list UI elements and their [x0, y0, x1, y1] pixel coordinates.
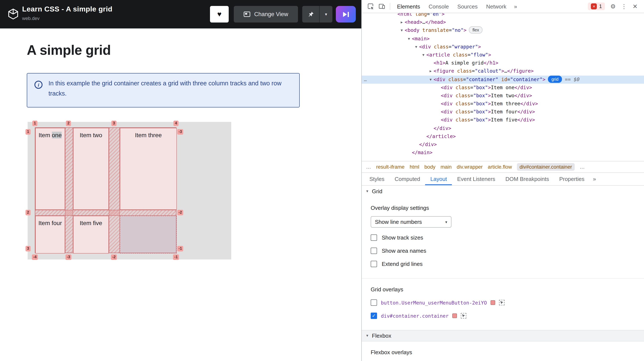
dom-tree-node[interactable]: ▶<figure class="callout">…</figure> — [362, 67, 644, 75]
devtools-tab-network[interactable]: Network — [482, 0, 510, 13]
dom-tree-node[interactable]: </article> — [362, 132, 644, 141]
line-numbers-select[interactable]: Show line numbers ▾ — [371, 216, 452, 228]
dom-tree-node[interactable]: </main> — [362, 149, 644, 157]
change-view-button[interactable]: Change View — [234, 6, 298, 22]
dom-tree-node[interactable]: <div class="box">Item two</div> — [362, 92, 644, 100]
dom-tree-node[interactable]: <div class="box">Item four</div> — [362, 108, 644, 116]
grid-item-cell: Item four — [35, 216, 65, 254]
devtools-tab-elements[interactable]: Elements — [393, 0, 424, 13]
breadcrumb-item[interactable]: html — [410, 164, 419, 170]
dom-token: Item one — [491, 84, 514, 90]
dom-token: > — [488, 52, 491, 58]
grid-overlay-row: ✓div#container.container — [371, 313, 637, 319]
kebab-menu-icon[interactable]: ⋮ — [618, 1, 630, 11]
grid-badge[interactable]: grid — [548, 75, 562, 83]
dom-tree-node[interactable]: <h1>A simple grid</h1> — [362, 59, 644, 67]
dom-token: "container" — [466, 76, 498, 82]
tab-dom-breakpoints[interactable]: DOM Breakpoints — [500, 173, 554, 185]
grid-item-text: Item — [39, 132, 52, 138]
grid-section-title: Grid — [372, 188, 382, 195]
pin-icon — [308, 11, 314, 17]
node-options-icon[interactable]: … — [364, 75, 367, 83]
run-code-button[interactable] — [336, 6, 356, 22]
dom-tree-node[interactable]: ▼<main> — [362, 35, 644, 43]
flexbox-section-header[interactable]: ▼ Flexbox — [362, 330, 644, 342]
more-tabs-button[interactable]: » — [511, 3, 520, 9]
dom-token: > — [464, 27, 466, 33]
dom-tree-node[interactable]: ▼<body translate="no">flex — [362, 26, 644, 35]
inspect-element-icon[interactable] — [365, 1, 376, 11]
tree-expanded-arrow-icon[interactable]: ▼ — [406, 35, 412, 43]
devtools-panel: ElementsConsoleSourcesNetwork » ✕ 1 ⚙ ⋮ … — [361, 0, 644, 361]
tab-computed[interactable]: Computed — [390, 173, 425, 185]
overlay-color-swatch[interactable] — [452, 314, 457, 318]
gear-icon[interactable]: ⚙ — [608, 1, 618, 11]
tree-expanded-arrow-icon[interactable]: ▼ — [428, 75, 433, 83]
overlay-color-swatch[interactable] — [491, 300, 496, 305]
tab-properties[interactable]: Properties — [554, 173, 590, 185]
checkbox-unchecked[interactable] — [371, 234, 377, 241]
error-count-badge[interactable]: ✕ 1 — [588, 2, 605, 10]
breadcrumb-item[interactable]: div#container.container — [517, 163, 574, 171]
devtools-tab-sources[interactable]: Sources — [453, 0, 482, 13]
flex-badge[interactable]: flex — [469, 26, 482, 34]
tree-expanded-arrow-icon[interactable]: ▼ — [421, 51, 426, 59]
show-overlay-icon[interactable] — [461, 313, 466, 319]
dom-tree-node[interactable]: <div class="box">Item three</div> — [362, 100, 644, 108]
dom-tree-node[interactable]: <div class="box">Item one</div> — [362, 83, 644, 91]
dom-token: "box" — [473, 117, 488, 123]
dom-tree-node[interactable]: </div> — [362, 141, 644, 149]
tree-collapsed-arrow-icon[interactable]: ▶ — [428, 67, 433, 75]
checkbox-unchecked[interactable] — [371, 261, 377, 267]
dom-token: = — [449, 27, 452, 33]
show-overlay-icon[interactable] — [499, 300, 505, 305]
tab-styles[interactable]: Styles — [364, 173, 390, 185]
breadcrumb-overflow-right[interactable]: … — [580, 164, 585, 170]
checkbox-unchecked[interactable] — [371, 248, 377, 254]
dom-tree-node[interactable]: </div> — [362, 124, 644, 132]
breadcrumb-item[interactable]: result-iframe — [376, 164, 404, 170]
more-sidebar-tabs-button[interactable]: » — [590, 176, 599, 182]
dom-tree-node[interactable]: …▼<div class="container" id="container">… — [362, 75, 644, 83]
breadcrumb-item[interactable]: article.flow — [488, 164, 512, 170]
pin-button[interactable] — [302, 6, 319, 22]
display-option-row: Show area names — [371, 248, 637, 254]
grid-line-number-badge: -1 — [173, 254, 179, 260]
checkbox-unchecked[interactable] — [371, 299, 377, 306]
device-toolbar-icon[interactable] — [376, 1, 387, 11]
tree-expanded-arrow-icon[interactable]: ▼ — [414, 43, 419, 51]
dom-token: A simple grid — [445, 60, 484, 66]
dom-tree-node[interactable]: <html lang="en"> — [362, 13, 644, 18]
dom-tree-node[interactable]: ▼<div class="wrapper"> — [362, 43, 644, 51]
dom-token: = — [468, 52, 470, 58]
overlay-element-label[interactable]: button.UserMenu_userMenuButton-2eiYO — [381, 300, 487, 306]
highlighted-text: one — [52, 132, 62, 138]
breadcrumb-item[interactable]: div.wrapper — [457, 164, 483, 170]
browser-page: Learn CSS - A simple grid web.dev ♥ Chan… — [0, 0, 361, 361]
breadcrumb-overflow-left[interactable]: … — [366, 164, 371, 170]
devtools-tab-console[interactable]: Console — [424, 0, 453, 13]
breadcrumb-item[interactable]: body — [424, 164, 436, 170]
dom-tree-node[interactable]: ▼<article class="flow"> — [362, 51, 644, 59]
close-devtools-icon[interactable]: ✕ — [630, 1, 640, 11]
favorite-button[interactable]: ♥ — [210, 6, 229, 22]
tree-collapsed-arrow-icon[interactable]: ▶ — [399, 18, 404, 26]
dom-token: > — [488, 101, 491, 107]
dom-token: id — [498, 76, 507, 82]
tab-event-listeners[interactable]: Event Listeners — [452, 173, 500, 185]
breadcrumb-item[interactable]: main — [440, 164, 452, 170]
dom-token: </main> — [412, 149, 432, 155]
tab-layout[interactable]: Layout — [425, 173, 452, 185]
pin-menu-button[interactable]: ▾ — [320, 6, 332, 22]
grid-section-header[interactable]: ▼ Grid — [362, 186, 644, 197]
webdev-logo[interactable] — [6, 7, 20, 21]
dom-token: "container" — [510, 76, 542, 82]
dom-tree-node[interactable]: ▶<head>…</head> — [362, 18, 644, 26]
dom-tree-node[interactable]: <div class="box">Item five</div> — [362, 116, 644, 124]
overlay-element-label[interactable]: div#container.container — [381, 313, 449, 319]
grid-item-cell: Item one — [35, 128, 65, 210]
dom-token: Item five — [491, 117, 518, 123]
tree-expanded-arrow-icon[interactable]: ▼ — [399, 26, 404, 35]
dom-token: "box" — [473, 109, 488, 115]
checkbox-checked[interactable]: ✓ — [371, 313, 377, 319]
